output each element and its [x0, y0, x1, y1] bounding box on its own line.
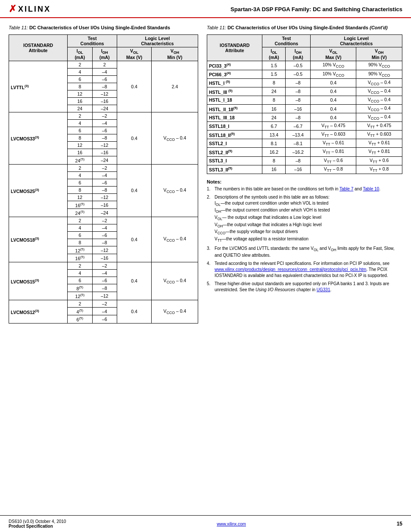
- right-iol-header: IOL(mA): [262, 47, 286, 61]
- ioh-cell: –2: [92, 300, 117, 307]
- ioh-cell: –6: [92, 315, 117, 324]
- ioh-cell: –16: [92, 149, 117, 156]
- footer-page-num: 15: [397, 521, 402, 527]
- iol-cell: 24(5): [68, 156, 92, 165]
- ioh-cell: –24: [92, 105, 117, 112]
- table-row: PCI66_3(4) 1.5 –0.5 10% VCCO 90% VCCO: [207, 70, 402, 78]
- iol-cell: 8: [68, 83, 92, 90]
- table-row: SSTL18_I 6.7 –6.7 VTT – 0.475 VTT + 0.47…: [207, 122, 402, 131]
- iol-cell: 4: [68, 171, 92, 179]
- ioh-cell: 2: [92, 61, 117, 68]
- ioh-val: –8: [286, 96, 311, 104]
- table-row: HSTL_I_18 8 –8 0.4 VCCO – 0.4: [207, 96, 402, 104]
- vol-val: 0.4: [311, 87, 356, 96]
- right-vol-header: VOLMax (V): [311, 47, 356, 61]
- iol-val: 16: [262, 104, 286, 113]
- vol-val: 0.4: [311, 96, 356, 104]
- iol-cell: 12: [68, 90, 92, 98]
- ioh-cell: –2: [92, 217, 117, 224]
- iol-val: 24: [262, 113, 286, 122]
- note-text-5: These higher-drive output standards are …: [215, 281, 402, 293]
- voh-val: VTT + 0.603: [356, 131, 402, 139]
- std-pci66: PCI66_3(4): [207, 70, 262, 78]
- table7-link[interactable]: Table 7: [339, 187, 353, 191]
- ioh-cell: –4: [92, 171, 117, 179]
- voh-header: VOHMin (V): [152, 47, 198, 61]
- ioh-val: –16: [286, 165, 311, 174]
- table-row: HSTL_III_18 24 –8 0.4 VCCO – 0.4: [207, 113, 402, 122]
- footer-doc-type: Product Specification: [9, 524, 53, 529]
- header-title: Spartan-3A DSP FPGA Family: DC and Switc…: [230, 6, 402, 12]
- table10-link[interactable]: Table 10: [363, 187, 379, 191]
- iol-cell: 6: [68, 179, 92, 186]
- ioh-val: –8: [286, 156, 311, 165]
- ioh-val: –0.5: [286, 70, 311, 78]
- iol-cell: 12(5): [68, 292, 92, 300]
- voh-val: VTT + 0.8: [356, 165, 402, 174]
- ioh-cell: –8: [92, 83, 117, 90]
- ioh-val: –8.1: [286, 139, 311, 148]
- note-3: 3. For the LVCMOS and LVTTL standards: t…: [207, 246, 402, 259]
- std-hstl-ii-18: HSTL_II_18(5): [207, 104, 262, 113]
- vol-val: VTT – 0.603: [311, 131, 356, 139]
- ioh-cell: –8: [92, 239, 117, 246]
- right-column: Table 11: DC Characteristics of User I/O…: [207, 25, 402, 324]
- footer-doc-id: DS610 (v3.0) October 4, 2010: [9, 519, 66, 524]
- main-content: Table 11: DC Characteristics of User I/O…: [0, 18, 411, 330]
- std-sstl2-ii: SSTL2_II(5): [207, 148, 262, 156]
- left-table-num: Table 11:: [9, 25, 28, 30]
- std-sstl3-ii: SSTL3_II(5): [207, 165, 262, 174]
- ioh-cell: –8: [92, 134, 117, 142]
- voh-cell: VCCO – 0.4: [152, 112, 198, 165]
- vol-val: 0.4: [311, 104, 356, 113]
- iol-cell: 12(5): [68, 246, 92, 254]
- ioh-cell: –16: [92, 201, 117, 209]
- std-sstl18-i: SSTL18_I: [207, 122, 262, 131]
- iol-cell: 4: [68, 269, 92, 277]
- ug331-link[interactable]: UG331: [317, 287, 330, 292]
- ioh-cell: –6: [92, 76, 117, 83]
- ioh-cell: –6: [92, 179, 117, 186]
- ioh-cell: –4: [92, 224, 117, 231]
- std-hstl-i-18: HSTL_I_18: [207, 96, 262, 104]
- ioh-cell: –24: [92, 209, 117, 217]
- table-row: LVTTL(3) 2 2 0.4 2.4: [9, 61, 198, 68]
- iol-val: 1.5: [262, 61, 286, 70]
- page: ✗ XILINX Spartan-3A DSP FPGA Family: DC …: [0, 0, 411, 532]
- iol-cell: 16: [68, 98, 92, 105]
- footer-center[interactable]: www.xilinx.com: [217, 522, 246, 526]
- iol-cell: 6: [68, 76, 92, 83]
- iol-cell: 4: [68, 224, 92, 231]
- table-row: HSTL_I (5) 8 –8 0.4 VCCO – 0.4: [207, 78, 402, 87]
- table-row: LVCMOS18(3) 2 –2 0.4 VCCO – 0.4: [9, 217, 198, 224]
- vol-cell: 0.4: [117, 300, 152, 323]
- note-text-3: For the LVCMOS and LVTTL standards: the …: [215, 246, 402, 259]
- iostandard-attr-header: IOSTANDARDAttribute: [9, 35, 68, 61]
- iol-cell: 2: [68, 300, 92, 307]
- voh-val: VCCO – 0.4: [356, 78, 402, 87]
- table-row: LVCMOS12(3) 2 –2 0.4 VCCO – 0.4: [9, 300, 198, 307]
- iol-cell: 24: [68, 105, 92, 112]
- iol-cell: 12: [68, 142, 92, 149]
- standard-cell-lvcmos25: LVCMOS25(3): [9, 164, 68, 217]
- iol-val: 24: [262, 87, 286, 96]
- std-hstl-iii-18: HSTL_III_18: [207, 113, 262, 122]
- voh-cell: VCCO – 0.4: [152, 262, 198, 300]
- ioh-val: –8: [286, 78, 311, 87]
- notes-title: Notes:: [207, 179, 402, 184]
- note-num-3: 3.: [207, 246, 212, 259]
- logo-x-symbol: ✗: [9, 3, 16, 15]
- notes-list: 1. The numbers in this table are based o…: [207, 186, 402, 293]
- test-conditions-header: TestConditions: [68, 35, 117, 47]
- ioh-cell: –24: [92, 156, 117, 165]
- logo-name: XILINX: [18, 5, 51, 14]
- standard-cell-lvttl: LVTTL(3): [9, 61, 68, 112]
- std-hstl-iii: HSTL_III (5): [207, 87, 262, 96]
- voh-val: VCCO – 0.4: [356, 104, 402, 113]
- table-row: SSTL3_I 8 –8 VTT – 0.6 VTT + 0.6: [207, 156, 402, 165]
- pci-link[interactable]: www.xilinx.com/products/design_resources…: [215, 267, 366, 272]
- table-row: SSTL2_I 8.1 –8.1 VTT – 0.61 VTT + 0.61: [207, 139, 402, 148]
- note-num-5: 5.: [207, 281, 212, 293]
- std-sstl3-i: SSTL3_I: [207, 156, 262, 165]
- note-text-2: Descriptions of the symbols used in this…: [215, 194, 402, 243]
